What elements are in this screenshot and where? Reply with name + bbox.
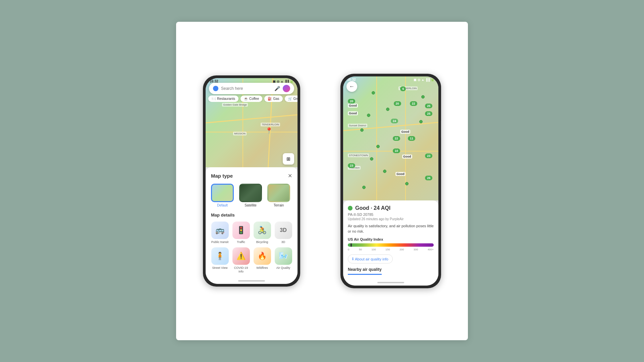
aqi-dot <box>372 91 375 95</box>
aqi-station: PA-II-SD 20785 <box>348 213 434 217</box>
detail-airquality[interactable]: 🌬️ Air Quality <box>274 247 292 274</box>
aqi-title: Good · 24 AQI <box>355 205 390 211</box>
wildfires-icon-box: 🔥 <box>254 247 271 265</box>
search-bar[interactable]: 🎤 <box>209 83 294 94</box>
avatar[interactable] <box>283 85 290 92</box>
default-label: Default <box>217 203 228 207</box>
sheet-header: Map type ✕ <box>211 173 292 179</box>
map-type-options: Default Satellite Terrain <box>211 184 292 207</box>
aqi-description: Air quality is satisfactory, and air pol… <box>348 224 434 234</box>
aqi-label-good: Good <box>395 172 406 176</box>
aqi-label-good: Good <box>348 111 358 115</box>
map-option-satellite[interactable]: Satellite <box>239 184 262 207</box>
volume-button[interactable] <box>300 122 300 139</box>
location-icon-r: ◎ <box>418 78 420 81</box>
category-pills: 🍽️ Restaurants ☕ Coffee ⛽ Gas 🛒 Grocer <box>208 96 298 102</box>
map-details-grid: 🚌 Public transit 🚦 Traffic � <box>211 222 292 273</box>
covid-icon-box: ⚠️ <box>232 247 250 265</box>
map-label: MISSION <box>233 132 247 135</box>
map-option-default[interactable]: Default <box>211 184 234 207</box>
pill-grocer[interactable]: 🛒 Grocer <box>285 96 298 102</box>
map-label: TENDERLOIN <box>261 123 280 126</box>
aqi-panel: Good · 24 AQI PA-II-SD 20785 Updated 26 … <box>343 200 438 280</box>
transit-icon: 🚌 <box>215 226 224 235</box>
sim-icon-r: ▣ <box>414 78 417 81</box>
aqi-badge: 25 <box>425 104 432 108</box>
location-icon: ◎ <box>277 80 279 83</box>
battery-icon: 🔋 <box>290 80 293 83</box>
aqi-badge: 22 <box>393 136 400 141</box>
volume-button-right[interactable] <box>441 121 441 137</box>
home-indicator-right <box>343 280 438 286</box>
status-icons-right: ▣ ◎ ▲ ▐▐ 🔋 <box>414 78 434 81</box>
detail-bicycling[interactable]: 🚴 Bicycling <box>253 222 271 244</box>
aqi-badge: 26 <box>425 176 432 180</box>
map-area-left[interactable]: Golden Gate Bridge TENDERLOIN MISSION 📍 … <box>206 78 298 167</box>
aqi-badge: 22 <box>410 101 417 106</box>
aqi-badge: 6 <box>400 86 406 91</box>
transit-label: Public transit <box>211 240 229 244</box>
aqi-header: Good · 24 AQI <box>348 205 434 211</box>
map-pin: 📍 <box>265 127 273 134</box>
search-input[interactable] <box>221 86 272 91</box>
traffic-icon: 🚦 <box>236 226 246 235</box>
aqi-badge: 20 <box>394 101 401 106</box>
3d-icon-box: 3D <box>275 222 292 239</box>
signal-icon: ▐▐ <box>284 80 289 83</box>
detail-wildfires[interactable]: 🔥 Wildfires <box>253 247 271 274</box>
status-icons-left: ▣ ◎ ▲ ▐▐ 🔋 <box>273 80 293 83</box>
scale-400: 400+ <box>428 248 434 251</box>
scale-200: 200 <box>399 248 404 251</box>
pill-gas[interactable]: ⛽ Gas <box>264 96 282 102</box>
aqi-badge-main: 24 <box>391 119 398 123</box>
detail-traffic[interactable]: 🚦 Traffic <box>232 222 250 244</box>
3d-label: 3D <box>281 240 285 244</box>
aqi-dot <box>370 157 373 161</box>
restaurants-icon: 🍽️ <box>212 97 216 101</box>
back-icon: ← <box>349 83 355 89</box>
right-phone: TENDERLOIN Sunset District STONESTOWN Th… <box>340 74 441 288</box>
map-option-terrain[interactable]: Terrain <box>267 184 290 207</box>
pill-coffee[interactable]: ☕ Coffee <box>240 96 262 102</box>
airquality-icon: 🌬️ <box>279 252 288 260</box>
3d-icon: 3D <box>280 227 286 233</box>
aqi-dot <box>362 186 366 189</box>
detail-3d[interactable]: 3D 3D <box>274 222 292 244</box>
close-button[interactable]: ✕ <box>288 173 292 179</box>
detail-streetview[interactable]: 🧍 Street View <box>211 247 229 274</box>
sheet-title: Map type <box>211 173 233 179</box>
status-bar-right: 16:32 ▣ ◎ ▲ ▐▐ 🔋 <box>343 76 438 83</box>
transit-icon-box: 🚌 <box>211 222 229 239</box>
home-bar <box>238 280 265 282</box>
grocer-icon: 🛒 <box>288 97 292 101</box>
map-area-right[interactable]: TENDERLOIN Sunset District STONESTOWN Th… <box>343 76 438 200</box>
aqi-badge: 25 <box>425 111 432 116</box>
home-bar-right <box>377 282 404 283</box>
bicycling-icon-box: 🚴 <box>254 222 271 239</box>
scale-50: 50 <box>359 248 362 251</box>
signal-icon-r: ▐▐ <box>425 78 430 81</box>
bicycling-icon: 🚴 <box>258 226 267 235</box>
aqi-dot <box>383 170 386 173</box>
aqi-dot <box>386 108 389 111</box>
aqi-info-link[interactable]: ℹ About air quality info <box>348 254 393 263</box>
wildfires-icon: 🔥 <box>258 252 267 260</box>
pill-restaurants[interactable]: 🍽️ Restaurants <box>208 96 238 102</box>
back-button[interactable]: ← <box>346 81 357 92</box>
covid-icon: ⚠️ <box>236 252 246 260</box>
aqi-label-good: Good <box>400 130 410 134</box>
detail-covid[interactable]: ⚠️ COVID-19 Info <box>232 247 250 274</box>
left-phone: Golden Gate Bridge TENDERLOIN MISSION 📍 … <box>203 75 300 287</box>
microphone-icon[interactable]: 🎤 <box>274 86 280 91</box>
aqi-index-label: US Air Quality Index <box>348 237 434 241</box>
layers-button[interactable]: ⊞ <box>283 153 294 165</box>
aqi-badge: 10 <box>393 148 400 153</box>
nearby-air-quality: Nearby air quality <box>348 267 382 275</box>
pill-label: Coffee <box>249 97 259 101</box>
sim-icon: ▣ <box>273 80 276 83</box>
pill-label: Restaurants <box>217 97 235 101</box>
map-road <box>405 76 406 200</box>
map-background-right: TENDERLOIN Sunset District STONESTOWN Th… <box>343 76 438 200</box>
aqi-label-good: Good <box>348 104 358 108</box>
detail-transit[interactable]: 🚌 Public transit <box>211 222 229 244</box>
